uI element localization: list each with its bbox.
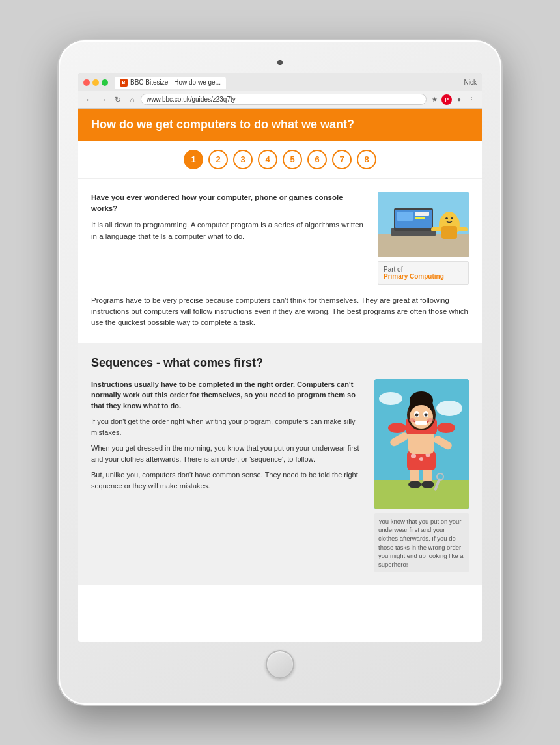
part-of-link[interactable]: Primary Computing [384,273,463,280]
svg-rect-5 [397,212,413,221]
svg-point-22 [411,453,416,458]
nav-page-8[interactable]: 8 [357,150,376,169]
svg-rect-6 [415,212,429,216]
part-of-box: Part of Primary Computing [378,261,469,285]
browser-chrome: B BBC Bitesize - How do we ge... Nick ← … [78,73,482,109]
svg-point-11 [451,217,453,219]
intro-text-block: Have you ever wondered how your computer… [91,192,367,285]
page-content: How do we get computers to do what we wa… [78,109,482,642]
url-text: www.bbc.co.uk/guides/z23q7ty [147,96,236,103]
forward-button[interactable]: → [98,94,109,105]
nav-page-2[interactable]: 2 [208,150,228,169]
tab-title: BBC Bitesize - How do we ge... [130,79,221,86]
menu-icon[interactable]: ⋮ [466,94,477,105]
svg-point-28 [437,423,455,433]
nav-page-4[interactable]: 4 [258,150,277,169]
svg-point-42 [421,481,434,488]
nav-page-3[interactable]: 3 [233,150,253,169]
svg-point-17 [436,401,462,416]
browser-navbar: ← → ↻ ⌂ www.bbc.co.uk/guides/z23q7ty ★ P… [78,91,482,108]
address-bar[interactable]: www.bbc.co.uk/guides/z23q7ty [141,94,427,105]
nav-page-7[interactable]: 7 [332,150,352,169]
svg-point-38 [427,418,434,422]
tab-favicon: B [120,79,128,87]
laptop-illustration [378,192,469,257]
intro-full-text: Programs have to be very precise because… [78,295,482,343]
character-illustration [374,379,469,509]
part-of-label: Part of [384,266,463,273]
ipad-device: B BBC Bitesize - How do we ge... Nick ← … [59,40,501,705]
extension-icon[interactable]: ● [454,94,464,105]
svg-rect-36 [415,421,427,425]
svg-rect-14 [457,227,468,231]
svg-rect-7 [415,217,425,219]
sequences-content: Instructions usually have to be complete… [91,379,469,573]
svg-rect-13 [431,227,441,231]
intro-image-area: Part of Primary Computing [378,192,469,285]
svg-point-27 [388,423,406,433]
maximize-button[interactable] [102,79,108,86]
sequences-bold-para: Instructions usually have to be complete… [91,379,365,412]
sequences-caption: You know that you put on your underwear … [374,513,469,573]
browser-titlebar: B BBC Bitesize - How do we ge... Nick [78,73,482,91]
intro-section: Have you ever wondered how your computer… [78,179,482,295]
browser-window-controls [83,79,108,86]
svg-point-34 [415,413,419,416]
sequences-section: Sequences - what comes first? Instructio… [78,343,482,586]
ipad-camera [277,60,283,65]
intro-para2: Programs have to be very precise because… [91,295,469,329]
ipad-screen: B BBC Bitesize - How do we ge... Nick ← … [78,73,482,642]
svg-point-31 [410,405,433,429]
intro-heading: Have you ever wondered how your computer… [91,192,367,215]
browser-tab[interactable]: B BBC Bitesize - How do we ge... [115,77,226,89]
sequences-image-area: You know that you put on your underwear … [374,379,469,573]
sequences-text-block: Instructions usually have to be complete… [91,379,365,573]
sequences-heading: Sequences - what comes first? [91,356,469,370]
svg-point-23 [419,457,423,461]
sequences-para3: But, unlike you, computers don't have co… [91,470,365,491]
svg-point-9 [441,212,457,227]
svg-point-37 [409,418,415,422]
intro-para1: It is all down to programming. A compute… [91,219,367,242]
star-icon[interactable]: ★ [429,94,440,105]
page-navigation: 1 2 3 4 5 6 7 8 [78,141,482,179]
nav-page-6[interactable]: 6 [307,150,327,169]
home-button[interactable]: ⌂ [126,94,138,105]
minimize-button[interactable] [92,79,99,86]
sequences-para2: When you get dressed in the morning, you… [91,443,365,464]
svg-point-41 [408,481,421,488]
browser-user-name: Nick [464,79,477,86]
ipad-home-button[interactable] [266,650,294,679]
pinterest-icon[interactable]: P [441,94,452,105]
nav-page-1[interactable]: 1 [184,150,203,169]
svg-rect-12 [441,226,457,239]
browser-nav-icons: ★ P ● ⋮ [429,94,477,105]
svg-point-35 [425,413,428,416]
sequences-para1: If you don't get the order right when wr… [91,416,365,438]
svg-point-16 [379,392,402,405]
svg-point-10 [445,217,448,219]
close-button[interactable] [83,79,90,86]
back-button[interactable]: ← [83,94,95,105]
page-title: How do we get computers to do what we wa… [91,118,469,132]
nav-page-5[interactable]: 5 [283,150,302,169]
reload-button[interactable]: ↻ [112,94,124,105]
page-header: How do we get computers to do what we wa… [78,109,482,141]
